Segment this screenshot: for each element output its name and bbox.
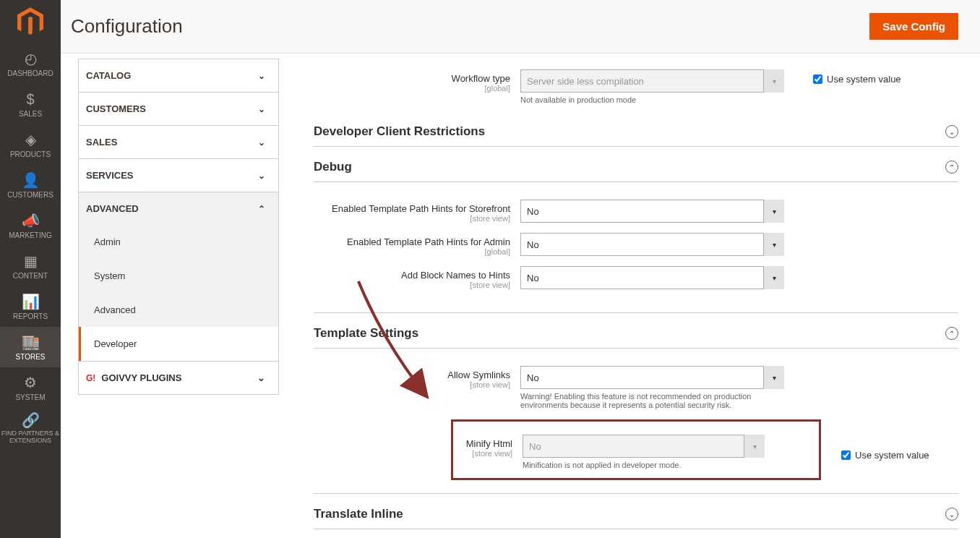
section-title: Developer Client Restrictions: [314, 124, 945, 139]
tab-sales[interactable]: SALES⌄: [78, 125, 279, 159]
main-content: Configuration Save Config CATALOG⌄ CUSTO…: [61, 0, 980, 538]
nav-partners[interactable]: 🔗 FIND PARTNERS & EXTENSIONS: [0, 408, 61, 448]
block-names-select[interactable]: [520, 266, 784, 289]
config-form: Workflow type [global] Not available in …: [279, 54, 980, 538]
field-block-names: Add Block Names to Hints [store view]: [314, 266, 958, 289]
collapse-icon: ⌄: [945, 125, 958, 138]
workflow-type-select: [520, 69, 784, 93]
field-note: Not available in production mode: [520, 95, 784, 104]
nav-dashboard[interactable]: ◴ DASHBOARD: [0, 43, 61, 84]
stores-icon: 🏬: [22, 333, 40, 351]
field-hints-storefront: Enabled Template Path Hints for Storefro…: [314, 200, 958, 223]
marketing-icon: 📣: [22, 212, 40, 229]
tab-customers[interactable]: CUSTOMERS⌄: [78, 92, 279, 126]
field-note: Warning! Enabling this feature is not re…: [520, 392, 784, 409]
magento-logo[interactable]: [0, 0, 61, 43]
section-title: Template Settings: [314, 326, 945, 341]
field-minify-html: Minify Html [store view] Minification is…: [453, 435, 819, 469]
tab-services[interactable]: SERVICES⌄: [78, 158, 279, 192]
nav-label: SYSTEM: [15, 393, 45, 401]
sub-admin[interactable]: Admin: [79, 225, 278, 259]
chevron-down-icon: ⌄: [257, 372, 265, 383]
workflow-type-field: Workflow type [global] Not available in …: [314, 61, 958, 104]
tab-plugins[interactable]: G!GOIVVY PLUGINS⌄: [78, 361, 279, 395]
save-config-button[interactable]: Save Config: [869, 13, 958, 40]
field-scope: [store view]: [314, 380, 510, 389]
allow-symlinks-select[interactable]: [520, 366, 784, 389]
nav-system[interactable]: ⚙ SYSTEM: [0, 367, 61, 408]
use-system-checkbox[interactable]: [813, 74, 822, 84]
nav-label: PRODUCTS: [10, 150, 51, 158]
tab-label: GOIVVY PLUGINS: [101, 372, 181, 383]
nav-marketing[interactable]: 📣 MARKETING: [0, 205, 61, 246]
chevron-down-icon: ⌄: [258, 71, 265, 81]
sub-developer[interactable]: Developer: [79, 327, 278, 361]
tab-advanced[interactable]: ADVANCED⌃ Admin System Advanced Develope…: [78, 192, 279, 362]
field-scope: [store view]: [453, 449, 512, 458]
nav-label: CONTENT: [13, 272, 48, 280]
field-label: Allow Symlinks: [447, 370, 510, 380]
chevron-down-icon: ⌄: [258, 137, 265, 148]
section-translate-inline[interactable]: Translate Inline ⌄: [314, 493, 958, 529]
sub-system[interactable]: System: [79, 259, 278, 293]
goivvy-logo-icon: G!: [86, 373, 95, 383]
chevron-down-icon: ⌄: [258, 171, 265, 181]
section-client-restrictions[interactable]: Developer Client Restrictions ⌄: [314, 111, 958, 147]
section-javascript-settings[interactable]: JavaScript Settings ⌃: [314, 529, 958, 538]
field-note: Minification is not applied in developer…: [523, 461, 765, 469]
highlight-minify-html: Minify Html [store view] Minification is…: [451, 419, 821, 480]
hints-storefront-select[interactable]: [520, 200, 784, 223]
nav-label: CUSTOMERS: [7, 191, 53, 199]
nav-label: STORES: [16, 353, 46, 361]
nav-stores[interactable]: 🏬 STORES: [0, 327, 61, 367]
field-label: Enabled Template Path Hints for Admin: [347, 236, 510, 247]
field-label: Add Block Names to Hints: [401, 270, 510, 281]
nav-label: MARKETING: [9, 231, 51, 239]
section-title: Debug: [314, 160, 945, 174]
field-allow-symlinks: Allow Symlinks [store view] Warning! Ena…: [314, 366, 958, 409]
use-system-checkbox-minify[interactable]: [841, 451, 851, 460]
hints-admin-select[interactable]: [520, 233, 784, 256]
expand-icon: ⌃: [945, 327, 958, 340]
nav-content[interactable]: ▦ CONTENT: [0, 246, 61, 286]
nav-products[interactable]: ◈ PRODUCTS: [0, 124, 61, 165]
reports-icon: 📊: [22, 293, 40, 310]
use-system-label: Use system value: [827, 74, 901, 85]
page-title: Configuration: [71, 15, 869, 38]
nav-sales[interactable]: $ SALES: [0, 84, 61, 124]
dashboard-icon: ◴: [25, 50, 37, 67]
page-header: Configuration Save Config: [61, 0, 980, 54]
field-scope: [store view]: [314, 214, 510, 223]
content-icon: ▦: [24, 252, 38, 270]
nav-label: SALES: [19, 110, 42, 118]
tab-label: CATALOG: [86, 70, 131, 81]
field-scope: [global]: [314, 84, 510, 93]
nav-reports[interactable]: 📊 REPORTS: [0, 286, 61, 327]
section-template-settings[interactable]: Template Settings ⌃: [314, 312, 958, 349]
section-debug[interactable]: Debug ⌃: [314, 147, 958, 182]
partners-icon: 🔗: [22, 412, 40, 428]
tab-label: ADVANCED: [86, 203, 139, 214]
tab-label: CUSTOMERS: [86, 103, 146, 114]
field-label: Workflow type: [452, 73, 510, 84]
field-scope: [global]: [314, 247, 510, 256]
field-scope: [store view]: [314, 281, 510, 289]
admin-sidebar: ◴ DASHBOARD $ SALES ◈ PRODUCTS 👤 CUSTOME…: [0, 0, 61, 538]
nav-label: REPORTS: [13, 312, 48, 320]
customers-icon: 👤: [22, 171, 40, 189]
field-label: Enabled Template Path Hints for Storefro…: [332, 203, 510, 214]
nav-customers[interactable]: 👤 CUSTOMERS: [0, 165, 61, 205]
minify-html-select: [523, 435, 765, 458]
products-icon: ◈: [25, 131, 36, 148]
tab-catalog[interactable]: CATALOG⌄: [78, 59, 279, 93]
nav-label: DASHBOARD: [7, 69, 53, 77]
sales-icon: $: [26, 91, 34, 108]
config-tabs: CATALOG⌄ CUSTOMERS⌄ SALES⌄ SERVICES⌄ ADV…: [61, 59, 279, 538]
field-label: Minify Html: [466, 438, 512, 449]
use-system-label: Use system value: [855, 450, 929, 461]
system-icon: ⚙: [24, 374, 37, 391]
expand-icon: ⌃: [945, 161, 958, 174]
sub-advanced[interactable]: Advanced: [79, 293, 278, 327]
nav-label: FIND PARTNERS & EXTENSIONS: [0, 430, 61, 445]
chevron-down-icon: ⌄: [258, 104, 265, 114]
